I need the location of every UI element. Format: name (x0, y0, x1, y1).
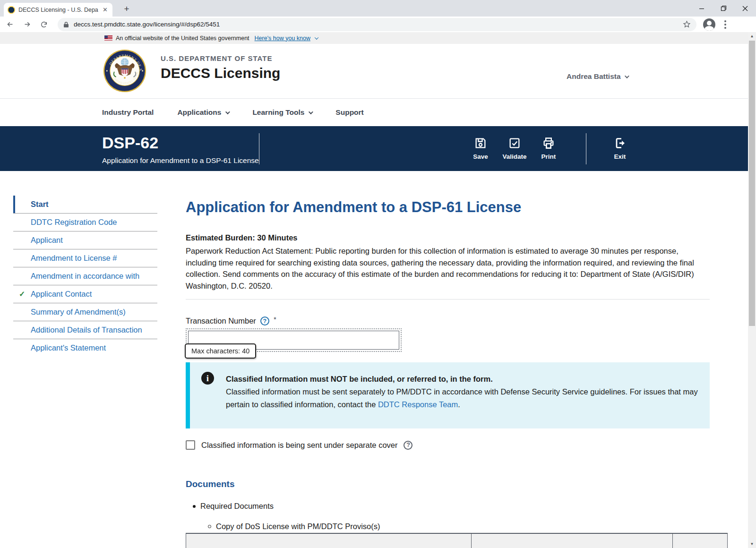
browser-tab-strip: DECCS Licensing - U.S. Departme ✕ + (0, 0, 756, 17)
chevron-down-icon (625, 74, 629, 78)
sidebar-item-start[interactable]: Start (13, 196, 157, 214)
documents-table-header-cell (672, 534, 727, 548)
scroll-down-arrow[interactable]: ▼ (748, 540, 756, 548)
classified-info-alert: i Classified Information must NOT be inc… (186, 362, 710, 428)
sidebar-item-ddtc-registration-code[interactable]: DDTC Registration Code (13, 214, 157, 231)
documents-table-header-cell (471, 534, 672, 548)
help-icon[interactable]: ? (260, 317, 269, 325)
nav-applications[interactable]: Applications (177, 108, 229, 117)
url-text: deccs.test.pmddtc.state.gov/licensing/#/… (74, 21, 678, 28)
required-asterisk: * (274, 315, 276, 323)
checkbox-label: Classified information is being sent und… (201, 441, 397, 450)
sub-bullet-icon (208, 525, 211, 528)
sidebar-item-additional-details[interactable]: Additional Details of Transaction (13, 321, 157, 339)
validate-button[interactable]: Validate (497, 137, 533, 160)
save-icon (474, 137, 487, 150)
maximize-button[interactable] (713, 0, 734, 17)
validate-icon (508, 137, 521, 150)
us-flag-icon (104, 35, 112, 41)
scrollbar-thumb[interactable] (749, 41, 755, 326)
required-document-name: Copy of DoS License with PM/DDTC Proviso… (216, 522, 380, 531)
burden-text: Paperwork Reduction Act Statement: Publi… (186, 245, 710, 291)
classified-separate-cover-checkbox[interactable] (186, 440, 195, 450)
scroll-up-arrow[interactable]: ▲ (748, 32, 756, 40)
window-controls (691, 0, 756, 17)
lock-icon (63, 21, 69, 28)
documents-table-header-cell (186, 534, 471, 548)
documents-table (186, 533, 728, 548)
help-icon[interactable]: ? (404, 441, 412, 450)
exit-icon (613, 137, 627, 150)
required-documents-item: Required Documents (200, 502, 274, 511)
nav-support[interactable]: Support (335, 108, 363, 117)
hero-divider (586, 133, 586, 164)
sidebar-item-amendment-to-license[interactable]: Amendment to License # (13, 249, 157, 267)
burden-label: Estimated Burden: 30 Minutes (186, 233, 710, 242)
brand-block: U.S. DEPARTMENT OF STATE DECCS Licensing (161, 54, 280, 81)
tab-close-icon[interactable]: ✕ (102, 6, 109, 13)
gov-banner: An official website of the United States… (0, 32, 748, 44)
save-button[interactable]: Save (463, 137, 498, 160)
browser-url-bar: deccs.test.pmddtc.state.gov/licensing/#/… (0, 17, 756, 32)
site-favicon (8, 6, 15, 14)
chevron-down-icon (309, 110, 313, 114)
divider (186, 299, 710, 300)
chevron-down-icon (225, 110, 230, 114)
ddtc-response-team-link[interactable]: DDTC Response Team (378, 400, 458, 409)
exit-button[interactable]: Exit (602, 137, 638, 160)
user-menu[interactable]: Andrea Battista (567, 72, 628, 81)
tab-title: DECCS Licensing - U.S. Departme (18, 7, 98, 13)
sidebar-item-amendment-in-accordance[interactable]: Amendment in accordance with (13, 267, 157, 285)
new-tab-button[interactable]: + (120, 2, 133, 16)
transaction-number-label: Transaction Number (186, 317, 256, 325)
forward-button[interactable] (20, 17, 34, 32)
print-button[interactable]: Print (531, 137, 567, 160)
site-header: DEPARTMENT OF STATE UNITED STATES OF AME… (0, 44, 748, 98)
agency-name: U.S. DEPARTMENT OF STATE (161, 54, 280, 62)
browser-profile-avatar[interactable] (703, 18, 715, 31)
bookmark-star-icon[interactable] (683, 20, 691, 28)
browser-menu-icon[interactable] (718, 20, 732, 29)
sidebar-item-summary-of-amendments[interactable]: Summary of Amendment(s) (13, 303, 157, 321)
user-name: Andrea Battista (567, 72, 621, 81)
form-section-nav: Start DDTC Registration Code Applicant A… (13, 196, 157, 357)
nav-industry-portal[interactable]: Industry Portal (102, 108, 154, 117)
documents-heading: Documents (186, 479, 710, 489)
alert-text: Classified information must be sent sepa… (226, 385, 698, 411)
browser-tab[interactable]: DECCS Licensing - U.S. Departme ✕ (4, 3, 112, 17)
form-content: Application for Amendment to a DSP-61 Li… (186, 171, 710, 531)
sidebar-item-applicants-statement[interactable]: Applicant's Statement (13, 339, 157, 357)
page-title: Application for Amendment to a DSP-61 Li… (186, 198, 710, 216)
print-icon (542, 137, 555, 150)
address-bar[interactable]: deccs.test.pmddtc.state.gov/licensing/#/… (58, 18, 696, 31)
gov-banner-text: An official website of the United States… (116, 35, 249, 42)
form-hero-bar: DSP-62 Application for Amendment to a DS… (0, 126, 748, 171)
bullet-icon (193, 505, 196, 508)
check-icon: ✓ (19, 290, 25, 299)
info-icon: i (201, 372, 214, 385)
page-scrollbar[interactable]: ▲ ▼ (748, 32, 756, 548)
refresh-button[interactable] (37, 17, 51, 32)
main-nav: Industry Portal Applications Learning To… (0, 98, 748, 126)
chevron-down-icon (315, 35, 318, 39)
sidebar-item-applicant[interactable]: Applicant (13, 231, 157, 249)
nav-learning-tools[interactable]: Learning Tools (252, 108, 312, 117)
minimize-button[interactable] (691, 0, 713, 17)
gov-banner-link[interactable]: Here's how you know (255, 35, 310, 42)
dos-seal: DEPARTMENT OF STATE UNITED STATES OF AME… (103, 49, 146, 93)
form-code: DSP-62 (102, 134, 158, 152)
alert-heading: Classified Information must NOT be inclu… (226, 373, 698, 385)
app-name: DECCS Licensing (161, 65, 280, 81)
sidebar-item-applicant-contact[interactable]: ✓ Applicant Contact (13, 285, 157, 303)
back-button[interactable] (3, 17, 17, 32)
max-characters-tooltip: Max characters: 40 (185, 343, 256, 359)
hero-divider (259, 133, 259, 164)
close-window-button[interactable] (734, 0, 756, 17)
form-subtitle: Application for Amendment to a DSP-61 Li… (102, 156, 259, 165)
